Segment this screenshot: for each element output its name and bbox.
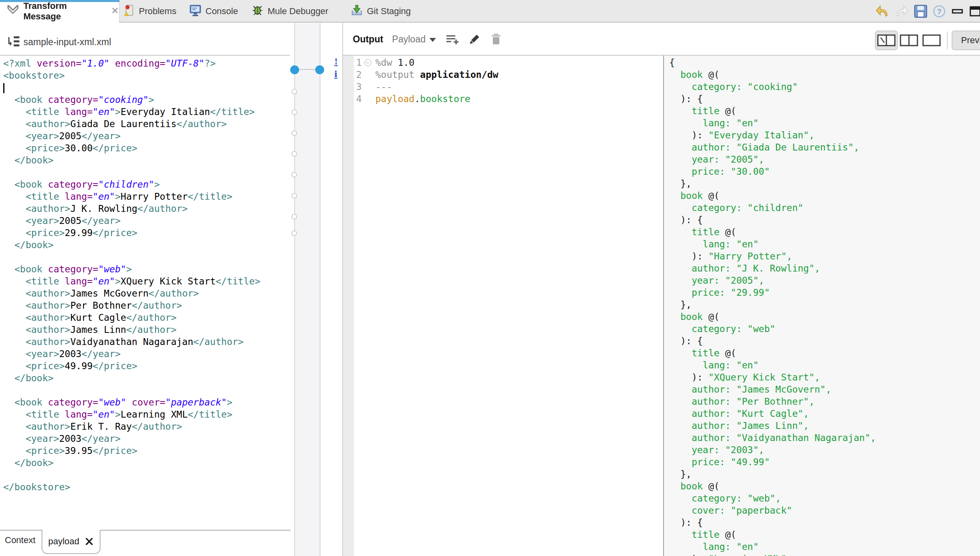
code-token: <author> bbox=[25, 288, 70, 299]
tab-console[interactable]: Console bbox=[189, 0, 238, 23]
annotation-marker-icon[interactable]: i bbox=[334, 70, 337, 79]
code-line: <author>James McGovern</author> bbox=[3, 287, 260, 299]
code-token: --- bbox=[375, 82, 392, 92]
code-token: "1.0" bbox=[82, 58, 109, 69]
mapping-dot-source[interactable] bbox=[290, 65, 299, 74]
code-token: 39.95 bbox=[65, 445, 92, 456]
code-token: 49.99 bbox=[65, 361, 92, 371]
code-tokens: payload.bookstore bbox=[374, 93, 470, 105]
code-token: > bbox=[227, 397, 232, 408]
code-token: %dw bbox=[375, 57, 398, 68]
mapping-anchor-circle[interactable] bbox=[291, 151, 297, 157]
code-line: book @( bbox=[669, 311, 876, 323]
code-token bbox=[3, 288, 25, 299]
code-token bbox=[3, 228, 25, 238]
single-view-icon[interactable] bbox=[920, 31, 943, 50]
code-token: J K. Rowling bbox=[70, 203, 137, 214]
tab-git-staging[interactable]: Git Staging bbox=[350, 0, 411, 23]
mapping-dot-target[interactable] bbox=[315, 65, 324, 74]
add-transformation-icon[interactable] bbox=[445, 33, 459, 46]
code-token: book bbox=[669, 69, 708, 80]
code-line: </book> bbox=[3, 372, 260, 384]
redo-icon[interactable] bbox=[894, 4, 909, 20]
edit-pencil-icon[interactable] bbox=[468, 33, 481, 46]
code-token: @( bbox=[708, 190, 720, 201]
code-token: <title bbox=[25, 191, 65, 202]
code-line: author: "Per Bothner", bbox=[669, 395, 876, 408]
code-token: </author> bbox=[132, 300, 182, 311]
code-token: @( bbox=[725, 529, 736, 540]
mapping-anchor-circle[interactable] bbox=[291, 193, 297, 199]
help-icon[interactable]: ? bbox=[932, 4, 946, 20]
code-token: <book bbox=[15, 264, 48, 274]
code-token bbox=[3, 179, 15, 190]
code-token: ): { bbox=[669, 336, 703, 346]
preview-button[interactable]: Preview bbox=[952, 31, 980, 50]
maximize-icon[interactable] bbox=[969, 5, 980, 19]
code-token bbox=[3, 264, 15, 274]
code-line: cover: "paperback" bbox=[669, 504, 876, 516]
mapping-anchor-circle[interactable] bbox=[291, 109, 297, 115]
tab-problems[interactable]: Problems bbox=[123, 0, 176, 23]
code-token: . bbox=[415, 94, 420, 104]
code-line: }, bbox=[669, 468, 876, 480]
tab-transform-message[interactable]: Transform Message bbox=[0, 0, 119, 23]
code-token: ): bbox=[669, 251, 708, 261]
code-token: </author> bbox=[137, 203, 188, 214]
code-token: "web" bbox=[98, 264, 126, 274]
code-line: <price>49.99</price> bbox=[3, 360, 260, 372]
code-token: author: "Per Bothner", bbox=[669, 396, 815, 407]
delete-trash-icon[interactable] bbox=[490, 33, 502, 46]
code-line: category: "web", bbox=[669, 492, 876, 504]
code-token bbox=[3, 361, 25, 371]
code-token: "en" bbox=[93, 191, 115, 202]
code-token: @( bbox=[708, 69, 720, 80]
code-token: James McGovern bbox=[70, 288, 149, 299]
code-line: </book> bbox=[3, 239, 260, 251]
minimize-icon[interactable] bbox=[951, 5, 964, 19]
chevron-down-icon[interactable] bbox=[429, 38, 436, 42]
annotation-marker-icon[interactable]: ! bbox=[334, 57, 338, 66]
code-token: 30.00 bbox=[65, 143, 92, 153]
code-line: price: "29.99" bbox=[669, 286, 876, 299]
mapping-anchor-circle[interactable] bbox=[291, 89, 297, 94]
code-token: book bbox=[669, 481, 708, 491]
code-token: author: "Giada De Laurentiis", bbox=[669, 142, 859, 153]
tab-label: Mule Debugger bbox=[268, 6, 328, 17]
mapping-anchor-circle[interactable] bbox=[291, 130, 297, 136]
tab-label: Problems bbox=[139, 6, 176, 17]
xml-source-editor[interactable]: <?xml version="1.0" encoding="UTF-8"?><b… bbox=[3, 57, 260, 493]
fold-collapse-icon[interactable]: − bbox=[364, 59, 371, 66]
mapping-anchor-circle[interactable] bbox=[291, 172, 297, 178]
code-token: "XQuery Kick Start", bbox=[708, 372, 820, 383]
dataweave-editor[interactable]: 1−%dw 1.02%output application/dw3---4pay… bbox=[354, 56, 498, 105]
code-token: <book bbox=[15, 94, 48, 105]
text-cursor bbox=[3, 83, 4, 93]
active-tab-accent bbox=[0, 0, 119, 2]
tab-mule-debugger[interactable]: Mule Debugger bbox=[251, 0, 328, 23]
output-payload-selector[interactable]: Payload bbox=[392, 34, 425, 45]
fold-column bbox=[362, 69, 374, 81]
shuffle-close-icon[interactable] bbox=[84, 537, 94, 546]
code-line: 2%output application/dw bbox=[354, 69, 498, 81]
close-icon[interactable] bbox=[111, 6, 119, 16]
code-line: author: "James McGovern", bbox=[669, 383, 876, 395]
mapping-view-icon[interactable] bbox=[875, 31, 898, 50]
editor-tab-bar: Transform Message Problems bbox=[0, 0, 980, 23]
tab-payload[interactable]: payload bbox=[42, 530, 101, 554]
mapping-anchor-circle[interactable] bbox=[291, 230, 297, 236]
code-token: <title bbox=[25, 107, 65, 117]
code-token: 2005 bbox=[59, 131, 81, 141]
code-line: }, bbox=[669, 299, 876, 311]
tab-label: Git Staging bbox=[367, 6, 411, 17]
save-icon[interactable] bbox=[914, 4, 928, 20]
code-token: </title> bbox=[210, 107, 255, 117]
undo-icon[interactable] bbox=[875, 4, 890, 20]
tab-context[interactable]: Context bbox=[5, 535, 36, 546]
split-view-icon[interactable] bbox=[898, 31, 920, 50]
code-token bbox=[3, 155, 15, 165]
code-token: Erik T. Ray bbox=[70, 421, 132, 432]
mapping-anchor-circle[interactable] bbox=[291, 214, 297, 219]
code-token: "web" bbox=[98, 397, 126, 408]
code-token: </year> bbox=[82, 349, 121, 359]
